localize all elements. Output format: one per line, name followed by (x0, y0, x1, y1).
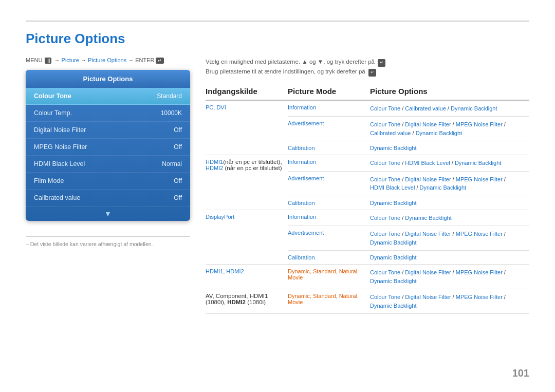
options-cell-7: Colour Tone / Dynamic Backlight (370, 210, 529, 226)
options-cell-4: Colour Tone / HDMI Black Level / Dynamic… (370, 155, 529, 172)
box-title: Picture Options (26, 70, 190, 88)
source-cell-pcdvi: PC, DVI (206, 100, 288, 155)
top-divider (26, 21, 529, 22)
source-cell-av: AV, Component, HDMI1(1080i), HDMI2 (1080… (206, 289, 288, 314)
col-header-source: Indgangskilde (206, 87, 288, 100)
info-table: Indgangskilde Picture Mode Picture Optio… (206, 87, 529, 314)
menu-item-digital-noise[interactable]: Digital Noise Filter Off (26, 122, 190, 139)
options-cell-6: Dynamic Backlight (370, 196, 529, 210)
options-cell-9: Dynamic Backlight (370, 251, 529, 265)
item-value-colour-tone: Standard (157, 92, 182, 100)
item-label-mpeg-noise: MPEG Noise Filter (34, 143, 87, 151)
item-label-calibrated: Calibrated value (34, 194, 80, 201)
col-header-mode: Picture Mode (288, 87, 370, 100)
source-cell-hdmi12: HDMI1, HDMI2 (206, 265, 288, 289)
mode-cell-cal-3: Calibration (288, 251, 370, 265)
enter-icon-1: ↵ (378, 59, 385, 67)
mode-cell-adv-1: Advertisement (288, 117, 370, 141)
instruction-line2: Brug piletasterne til at ændre indstilli… (206, 67, 529, 77)
content-wrapper: MENU ||| → Picture → Picture Options → E… (26, 57, 529, 314)
picture-link: Picture (62, 57, 79, 63)
note-text: – Det viste billede kan variere afhængig… (26, 236, 190, 247)
item-value-colour-temp: 10000K (161, 109, 182, 117)
options-cell-3: Dynamic Backlight (370, 141, 529, 155)
right-panel: Vælg en mulighed med piletasterne. ▲ og … (206, 57, 529, 314)
instructions: Vælg en mulighed med piletasterne. ▲ og … (206, 57, 529, 77)
picture-options-box: Picture Options Colour Tone Standard Col… (26, 70, 190, 221)
picture-options-link: Picture Options (88, 57, 126, 63)
menu-item-colour-temp[interactable]: Colour Temp. 10000K (26, 105, 190, 122)
enter-icon: ↵ (156, 58, 164, 64)
page-number: 101 (512, 367, 529, 379)
options-cell-1: Colour Tone / Calibrated value / Dynamic… (370, 100, 529, 117)
options-cell-10: Colour Tone / Digital Noise Filter / MPE… (370, 265, 529, 289)
page-container: Picture Options MENU ||| → Picture → Pic… (0, 0, 555, 392)
menu-item-calibrated[interactable]: Calibrated value Off (26, 190, 190, 207)
options-cell-2: Colour Tone / Digital Noise Filter / MPE… (370, 117, 529, 141)
menu-item-hdmi-black[interactable]: HDMI Black Level Normal (26, 156, 190, 173)
menu-item-film-mode[interactable]: Film Mode Off (26, 173, 190, 190)
item-value-mpeg-noise: Off (174, 143, 182, 151)
mode-cell-cal-1: Calibration (288, 141, 370, 155)
instruction-line1: Vælg en mulighed med piletasterne. ▲ og … (206, 57, 529, 67)
options-cell-5: Colour Tone / Digital Noise Filter / MPE… (370, 171, 529, 196)
menu-item-colour-tone[interactable]: Colour Tone Standard (26, 88, 190, 105)
menu-item-mpeg-noise[interactable]: MPEG Noise Filter Off (26, 139, 190, 156)
item-label-digital-noise: Digital Noise Filter (34, 126, 86, 134)
menu-icon: ||| (45, 58, 51, 64)
item-value-calibrated: Off (174, 194, 182, 201)
options-cell-11: Colour Tone / Digital Noise Filter / MPE… (370, 289, 529, 314)
mode-cell-info-3: Information (288, 210, 370, 226)
mode-cell-cal-2: Calibration (288, 196, 370, 210)
item-label-colour-temp: Colour Temp. (34, 109, 72, 117)
menu-label: MENU (26, 57, 42, 63)
item-value-film-mode: Off (174, 177, 182, 184)
source-cell-hdmi-pc: HDMI1(når en pc er tilsluttet), HDMI2 (n… (206, 155, 288, 210)
table-row: DisplayPort Information Colour Tone / Dy… (206, 210, 529, 226)
table-row: HDMI1, HDMI2 Dynamic, Standard, Natural,… (206, 265, 529, 289)
table-row: HDMI1(når en pc er tilsluttet), HDMI2 (n… (206, 155, 529, 172)
mode-cell-dynamic-2: Dynamic, Standard, Natural, Movie (288, 289, 370, 314)
left-panel: MENU ||| → Picture → Picture Options → E… (26, 57, 190, 314)
item-value-digital-noise: Off (174, 126, 182, 134)
mode-cell-adv-3: Advertisement (288, 226, 370, 251)
table-row: PC, DVI Information Colour Tone / Calibr… (206, 100, 529, 117)
menu-path: MENU ||| → Picture → Picture Options → E… (26, 57, 190, 64)
col-header-options: Picture Options (370, 87, 529, 100)
mode-cell-dynamic-1: Dynamic, Standard, Natural, Movie (288, 265, 370, 289)
item-value-hdmi-black: Normal (162, 160, 182, 167)
mode-cell-info-2: Information (288, 155, 370, 172)
table-row: AV, Component, HDMI1(1080i), HDMI2 (1080… (206, 289, 529, 314)
page-title: Picture Options (26, 31, 529, 47)
source-cell-displayport: DisplayPort (206, 210, 288, 265)
item-label-colour-tone: Colour Tone (34, 92, 71, 100)
enter-icon-2: ↵ (368, 69, 376, 77)
options-cell-8: Colour Tone / Digital Noise Filter / MPE… (370, 226, 529, 251)
item-label-hdmi-black: HDMI Black Level (34, 160, 85, 167)
mode-cell-info-1: Information (288, 100, 370, 117)
dropdown-arrow: ▼ (26, 207, 190, 221)
item-label-film-mode: Film Mode (34, 177, 64, 184)
mode-cell-adv-2: Advertisement (288, 171, 370, 196)
